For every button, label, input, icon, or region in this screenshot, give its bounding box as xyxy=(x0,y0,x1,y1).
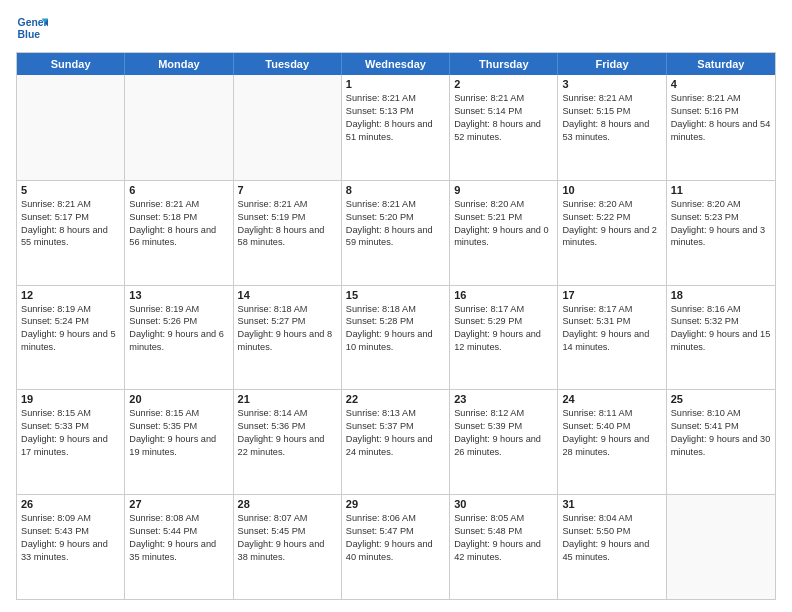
day-number: 19 xyxy=(21,393,120,405)
daylight-text: Daylight: 9 hours and 10 minutes. xyxy=(346,328,445,354)
sunset-text: Sunset: 5:36 PM xyxy=(238,420,337,433)
header: General Blue xyxy=(16,12,776,44)
sunrise-text: Sunrise: 8:07 AM xyxy=(238,512,337,525)
sunset-text: Sunset: 5:24 PM xyxy=(21,315,120,328)
daylight-text: Daylight: 9 hours and 45 minutes. xyxy=(562,538,661,564)
sunset-text: Sunset: 5:45 PM xyxy=(238,525,337,538)
sunrise-text: Sunrise: 8:21 AM xyxy=(454,92,553,105)
daylight-text: Daylight: 9 hours and 15 minutes. xyxy=(671,328,771,354)
calendar-cell: 22Sunrise: 8:13 AMSunset: 5:37 PMDayligh… xyxy=(342,390,450,494)
calendar-cell xyxy=(17,75,125,180)
calendar-cell: 13Sunrise: 8:19 AMSunset: 5:26 PMDayligh… xyxy=(125,286,233,390)
sunrise-text: Sunrise: 8:13 AM xyxy=(346,407,445,420)
day-number: 1 xyxy=(346,78,445,90)
sunrise-text: Sunrise: 8:21 AM xyxy=(346,198,445,211)
weekday-header: Saturday xyxy=(667,53,775,75)
sunset-text: Sunset: 5:19 PM xyxy=(238,211,337,224)
day-number: 9 xyxy=(454,184,553,196)
daylight-text: Daylight: 8 hours and 53 minutes. xyxy=(562,118,661,144)
daylight-text: Daylight: 9 hours and 26 minutes. xyxy=(454,433,553,459)
calendar-cell: 27Sunrise: 8:08 AMSunset: 5:44 PMDayligh… xyxy=(125,495,233,599)
calendar-cell: 29Sunrise: 8:06 AMSunset: 5:47 PMDayligh… xyxy=(342,495,450,599)
day-number: 12 xyxy=(21,289,120,301)
sunset-text: Sunset: 5:13 PM xyxy=(346,105,445,118)
sunset-text: Sunset: 5:31 PM xyxy=(562,315,661,328)
calendar-cell xyxy=(234,75,342,180)
calendar-cell: 1Sunrise: 8:21 AMSunset: 5:13 PMDaylight… xyxy=(342,75,450,180)
daylight-text: Daylight: 9 hours and 24 minutes. xyxy=(346,433,445,459)
sunset-text: Sunset: 5:28 PM xyxy=(346,315,445,328)
day-number: 20 xyxy=(129,393,228,405)
sunset-text: Sunset: 5:44 PM xyxy=(129,525,228,538)
sunrise-text: Sunrise: 8:19 AM xyxy=(21,303,120,316)
calendar-cell: 5Sunrise: 8:21 AMSunset: 5:17 PMDaylight… xyxy=(17,181,125,285)
sunrise-text: Sunrise: 8:17 AM xyxy=(562,303,661,316)
daylight-text: Daylight: 9 hours and 30 minutes. xyxy=(671,433,771,459)
calendar: SundayMondayTuesdayWednesdayThursdayFrid… xyxy=(16,52,776,600)
calendar-cell: 7Sunrise: 8:21 AMSunset: 5:19 PMDaylight… xyxy=(234,181,342,285)
day-number: 7 xyxy=(238,184,337,196)
sunset-text: Sunset: 5:17 PM xyxy=(21,211,120,224)
day-number: 25 xyxy=(671,393,771,405)
day-number: 13 xyxy=(129,289,228,301)
daylight-text: Daylight: 9 hours and 17 minutes. xyxy=(21,433,120,459)
sunrise-text: Sunrise: 8:18 AM xyxy=(346,303,445,316)
day-number: 22 xyxy=(346,393,445,405)
calendar-cell: 9Sunrise: 8:20 AMSunset: 5:21 PMDaylight… xyxy=(450,181,558,285)
weekday-header: Thursday xyxy=(450,53,558,75)
day-number: 14 xyxy=(238,289,337,301)
calendar-cell: 17Sunrise: 8:17 AMSunset: 5:31 PMDayligh… xyxy=(558,286,666,390)
calendar-cell: 19Sunrise: 8:15 AMSunset: 5:33 PMDayligh… xyxy=(17,390,125,494)
sunset-text: Sunset: 5:21 PM xyxy=(454,211,553,224)
daylight-text: Daylight: 8 hours and 51 minutes. xyxy=(346,118,445,144)
day-number: 23 xyxy=(454,393,553,405)
sunrise-text: Sunrise: 8:15 AM xyxy=(21,407,120,420)
weekday-header: Wednesday xyxy=(342,53,450,75)
daylight-text: Daylight: 9 hours and 22 minutes. xyxy=(238,433,337,459)
daylight-text: Daylight: 9 hours and 8 minutes. xyxy=(238,328,337,354)
day-number: 11 xyxy=(671,184,771,196)
logo: General Blue xyxy=(16,12,48,44)
sunrise-text: Sunrise: 8:04 AM xyxy=(562,512,661,525)
sunrise-text: Sunrise: 8:21 AM xyxy=(346,92,445,105)
sunrise-text: Sunrise: 8:15 AM xyxy=(129,407,228,420)
calendar-cell: 28Sunrise: 8:07 AMSunset: 5:45 PMDayligh… xyxy=(234,495,342,599)
daylight-text: Daylight: 8 hours and 55 minutes. xyxy=(21,224,120,250)
sunrise-text: Sunrise: 8:05 AM xyxy=(454,512,553,525)
sunrise-text: Sunrise: 8:20 AM xyxy=(454,198,553,211)
calendar-cell: 18Sunrise: 8:16 AMSunset: 5:32 PMDayligh… xyxy=(667,286,775,390)
daylight-text: Daylight: 9 hours and 2 minutes. xyxy=(562,224,661,250)
calendar-cell: 25Sunrise: 8:10 AMSunset: 5:41 PMDayligh… xyxy=(667,390,775,494)
logo-icon: General Blue xyxy=(16,12,48,44)
sunrise-text: Sunrise: 8:09 AM xyxy=(21,512,120,525)
sunset-text: Sunset: 5:39 PM xyxy=(454,420,553,433)
daylight-text: Daylight: 9 hours and 33 minutes. xyxy=(21,538,120,564)
calendar-cell: 24Sunrise: 8:11 AMSunset: 5:40 PMDayligh… xyxy=(558,390,666,494)
day-number: 31 xyxy=(562,498,661,510)
calendar-cell: 30Sunrise: 8:05 AMSunset: 5:48 PMDayligh… xyxy=(450,495,558,599)
calendar-cell: 12Sunrise: 8:19 AMSunset: 5:24 PMDayligh… xyxy=(17,286,125,390)
sunrise-text: Sunrise: 8:14 AM xyxy=(238,407,337,420)
daylight-text: Daylight: 9 hours and 0 minutes. xyxy=(454,224,553,250)
calendar-cell xyxy=(667,495,775,599)
daylight-text: Daylight: 9 hours and 3 minutes. xyxy=(671,224,771,250)
sunrise-text: Sunrise: 8:17 AM xyxy=(454,303,553,316)
sunset-text: Sunset: 5:40 PM xyxy=(562,420,661,433)
calendar-row: 19Sunrise: 8:15 AMSunset: 5:33 PMDayligh… xyxy=(17,389,775,494)
sunset-text: Sunset: 5:27 PM xyxy=(238,315,337,328)
daylight-text: Daylight: 8 hours and 52 minutes. xyxy=(454,118,553,144)
calendar-cell: 26Sunrise: 8:09 AMSunset: 5:43 PMDayligh… xyxy=(17,495,125,599)
daylight-text: Daylight: 9 hours and 28 minutes. xyxy=(562,433,661,459)
daylight-text: Daylight: 8 hours and 59 minutes. xyxy=(346,224,445,250)
calendar-row: 5Sunrise: 8:21 AMSunset: 5:17 PMDaylight… xyxy=(17,180,775,285)
day-number: 18 xyxy=(671,289,771,301)
sunrise-text: Sunrise: 8:06 AM xyxy=(346,512,445,525)
sunset-text: Sunset: 5:47 PM xyxy=(346,525,445,538)
sunset-text: Sunset: 5:16 PM xyxy=(671,105,771,118)
calendar-header: SundayMondayTuesdayWednesdayThursdayFrid… xyxy=(17,53,775,75)
daylight-text: Daylight: 9 hours and 14 minutes. xyxy=(562,328,661,354)
daylight-text: Daylight: 9 hours and 38 minutes. xyxy=(238,538,337,564)
sunrise-text: Sunrise: 8:21 AM xyxy=(671,92,771,105)
sunrise-text: Sunrise: 8:21 AM xyxy=(129,198,228,211)
sunset-text: Sunset: 5:14 PM xyxy=(454,105,553,118)
